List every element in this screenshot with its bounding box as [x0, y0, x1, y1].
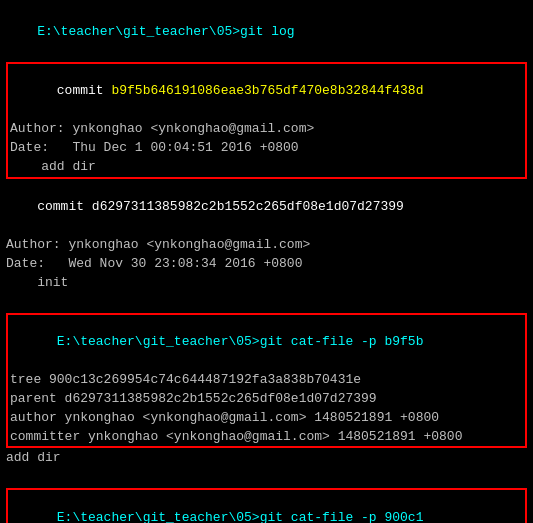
commit2-hash: d6297311385982c2b1552c265df08e1d07d27399: [92, 199, 404, 214]
catfile1-parent: parent d6297311385982c2b1552c265df08e1d0…: [10, 390, 523, 409]
commit1-box: commit b9f5b646191086eae3b765df470e8b328…: [6, 62, 527, 179]
prompt-1: E:\teacher\git_teacher\05>git log: [37, 24, 294, 39]
commit2-date: Date: Wed Nov 30 23:08:34 2016 +0800: [6, 255, 527, 274]
commit1-date: Date: Thu Dec 1 00:04:51 2016 +0800: [10, 139, 523, 158]
prompt-2: E:\teacher\git_teacher\05>git cat-file -…: [57, 334, 424, 349]
terminal-window: E:\teacher\git_teacher\05>git log commit…: [0, 0, 533, 523]
commit1-label: commit: [57, 83, 112, 98]
prompt-line-2: E:\teacher\git_teacher\05>git cat-file -…: [10, 315, 523, 372]
catfile1-box: E:\teacher\git_teacher\05>git cat-file -…: [6, 313, 527, 449]
commit1-line: commit b9f5b646191086eae3b765df470e8b328…: [10, 64, 523, 121]
commit2-label: commit: [37, 199, 92, 214]
commit1-author: Author: ynkonghao <ynkonghao@gmail.com>: [10, 120, 523, 139]
commit1-msg: add dir: [10, 158, 523, 177]
catfile1-committer: committer ynkonghao <ynkonghao@gmail.com…: [10, 428, 523, 447]
empty-line-1: [6, 293, 527, 312]
prompt-line-1: E:\teacher\git_teacher\05>git log: [6, 4, 527, 61]
catfile1-author: author ynkonghao <ynkonghao@gmail.com> 1…: [10, 409, 523, 428]
empty-line-2: [6, 468, 527, 487]
commit2-msg: init: [6, 274, 527, 293]
commit2-author: Author: ynkonghao <ynkonghao@gmail.com>: [6, 236, 527, 255]
catfile1-tree: tree 900c13c269954c74c644487192fa3a838b7…: [10, 371, 523, 390]
commit2-line: commit d6297311385982c2b1552c265df08e1d0…: [6, 180, 527, 237]
commit1-hash: b9f5b646191086eae3b765df470e8b32844f438d: [111, 83, 423, 98]
catfile1-msg: add dir: [6, 449, 527, 468]
prompt-3: E:\teacher\git_teacher\05>git cat-file -…: [57, 510, 424, 523]
prompt-line-3: E:\teacher\git_teacher\05>git cat-file -…: [10, 490, 523, 523]
catfile2-box: E:\teacher\git_teacher\05>git cat-file -…: [6, 488, 527, 523]
